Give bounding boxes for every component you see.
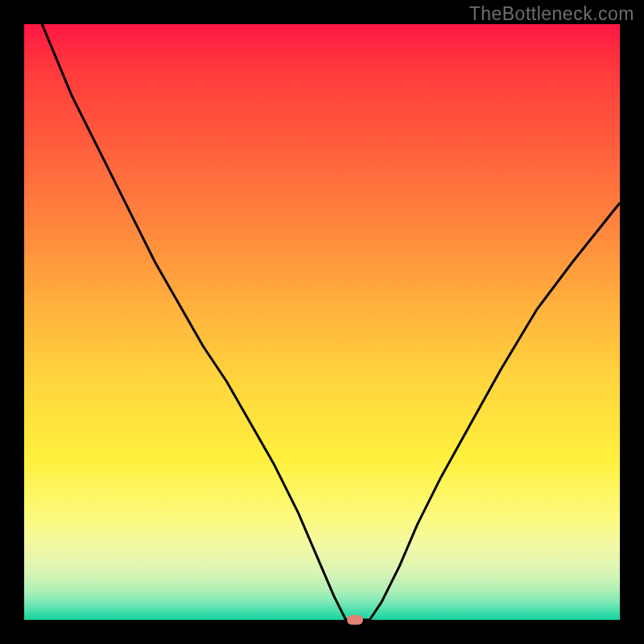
chart-frame: TheBottleneck.com [0, 0, 644, 644]
curve-layer [24, 24, 620, 620]
plot-area [24, 24, 620, 620]
bottleneck-curve-path [42, 24, 620, 620]
watermark-text: TheBottleneck.com [469, 3, 634, 25]
optimum-marker [347, 615, 363, 625]
